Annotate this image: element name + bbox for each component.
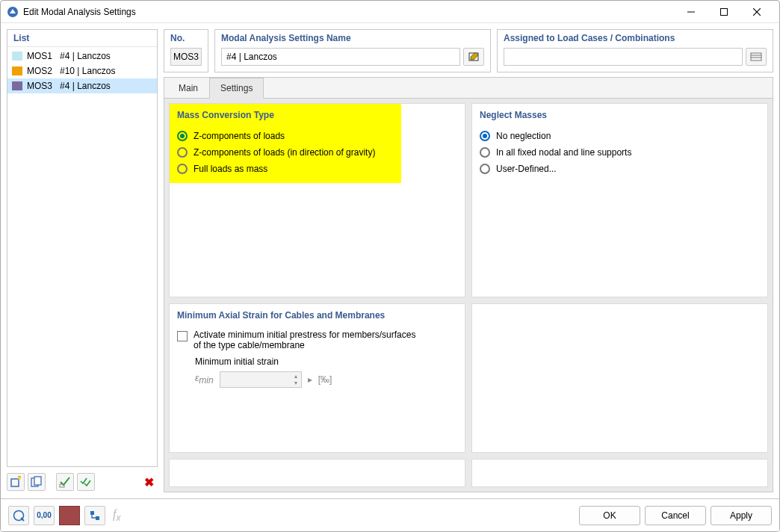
- svg-rect-17: [96, 516, 99, 520]
- app-icon: [7, 6, 19, 18]
- radio-icon: [480, 147, 490, 158]
- bottom-panel-right: [471, 459, 768, 487]
- assigned-browse-button[interactable]: [746, 48, 767, 66]
- list-item-ident: MOS3: [27, 81, 55, 91]
- svg-rect-11: [751, 53, 761, 61]
- name-label: Modal Analysis Settings Name: [221, 33, 484, 48]
- spin-down[interactable]: ▾: [292, 380, 300, 386]
- min-strain-title: Minimum Axial Strain for Cables and Memb…: [177, 310, 457, 321]
- neglect-title: Neglect Masses: [480, 110, 760, 120]
- color-swatch: [12, 52, 22, 61]
- new-item-button[interactable]: [7, 473, 25, 491]
- titlebar: Edit Modal Analysis Settings: [1, 1, 779, 23]
- radio-label: User-Defined...: [496, 164, 557, 174]
- svg-point-6: [18, 477, 21, 480]
- color-swatch-button[interactable]: [59, 506, 80, 525]
- radio-label: Z-components of loads: [194, 131, 285, 141]
- list-item-ident: MOS1: [27, 51, 55, 61]
- list-item-name: #4 | Lanczos: [60, 81, 111, 91]
- name-box: Modal Analysis Settings Name: [214, 29, 491, 72]
- list-item-name: #10 | Lanczos: [60, 66, 116, 76]
- radio-label: No neglection: [496, 131, 551, 141]
- copy-value-icon[interactable]: ▸: [308, 374, 312, 385]
- assigned-box: Assigned to Load Cases / Combinations: [497, 29, 773, 72]
- svg-rect-8: [34, 477, 41, 485]
- assigned-label: Assigned to Load Cases / Combinations: [504, 33, 767, 48]
- help-button[interactable]: [8, 506, 29, 525]
- mass-conversion-title: Mass Conversion Type: [177, 110, 457, 120]
- svg-rect-2: [721, 8, 728, 15]
- list-item[interactable]: MOS3#4 | Lanczos: [7, 78, 157, 93]
- radio-option[interactable]: Full loads as mass: [177, 161, 457, 177]
- svg-rect-5: [11, 479, 19, 486]
- list-item[interactable]: MOS1#4 | Lanczos: [7, 49, 157, 64]
- copy-item-button[interactable]: [28, 473, 46, 491]
- radio-option[interactable]: User-Defined...: [480, 161, 760, 177]
- svg-rect-16: [90, 511, 94, 515]
- radio-label: Full loads as mass: [194, 164, 267, 174]
- epsilon-symbol: εmin: [195, 373, 214, 386]
- mass-conversion-panel: Mass Conversion Type Z-components of loa…: [169, 103, 465, 297]
- check-apply-all-button[interactable]: [77, 473, 95, 491]
- tree-button[interactable]: [84, 506, 105, 525]
- min-strain-input[interactable]: ▴ ▾: [220, 371, 302, 388]
- tab-settings[interactable]: Settings: [209, 78, 264, 99]
- list-toolbar: ✖: [7, 471, 158, 492]
- tab-main[interactable]: Main: [167, 78, 209, 98]
- rename-button[interactable]: [463, 48, 484, 66]
- list-item-ident: MOS2: [27, 66, 55, 76]
- color-swatch: [12, 81, 22, 90]
- activate-prestress-checkbox[interactable]: [177, 331, 188, 341]
- radio-icon: [480, 131, 490, 141]
- list-item-name: #4 | Lanczos: [60, 51, 111, 61]
- footer: 0,00 fx OK Cancel Apply: [1, 498, 779, 531]
- assigned-field[interactable]: [504, 48, 743, 66]
- no-value: MOS3: [170, 48, 202, 66]
- bottom-panel-left: [169, 459, 465, 487]
- settings-list: List MOS1#4 | LanczosMOS2#10 | LanczosMO…: [7, 29, 158, 467]
- list-header: List: [7, 30, 157, 47]
- color-swatch: [12, 66, 22, 75]
- no-label: No.: [170, 33, 202, 48]
- radio-option[interactable]: No neglection: [480, 128, 760, 144]
- activate-prestress-label: Activate minimum initial prestress for m…: [194, 330, 425, 350]
- delete-item-button[interactable]: ✖: [140, 475, 158, 489]
- check-apply-button[interactable]: [56, 473, 74, 491]
- min-strain-panel: Minimum Axial Strain for Cables and Memb…: [169, 303, 465, 453]
- window-title: Edit Modal Analysis Settings: [23, 7, 675, 17]
- radio-icon: [480, 164, 490, 174]
- radio-label: Z-components of loads (in direction of g…: [194, 147, 375, 158]
- radio-icon: [177, 131, 188, 141]
- name-input[interactable]: [221, 48, 460, 66]
- cancel-button[interactable]: Cancel: [645, 506, 706, 525]
- list-item[interactable]: MOS2#10 | Lanczos: [7, 64, 157, 78]
- radio-option[interactable]: Z-components of loads (in direction of g…: [177, 144, 457, 161]
- min-strain-unit: [‰]: [318, 374, 332, 385]
- svg-line-15: [21, 518, 24, 521]
- apply-button[interactable]: Apply: [711, 506, 772, 525]
- minimize-button[interactable]: [675, 1, 708, 23]
- tabstrip: MainSettings: [164, 78, 773, 99]
- number-box: No. MOS3: [164, 29, 208, 72]
- min-strain-field-label: Minimum initial strain: [195, 356, 279, 367]
- close-button[interactable]: [740, 1, 773, 23]
- fx-icon: fx: [110, 507, 123, 523]
- radio-option[interactable]: In all fixed nodal and line supports: [480, 144, 760, 161]
- empty-panel-right: [471, 303, 768, 453]
- radio-label: In all fixed nodal and line supports: [496, 147, 631, 158]
- neglect-masses-panel: Neglect Masses No neglectionIn all fixed…: [471, 103, 768, 297]
- maximize-button[interactable]: [708, 1, 740, 23]
- radio-option[interactable]: Z-components of loads: [177, 128, 457, 144]
- spin-up[interactable]: ▴: [292, 374, 300, 380]
- radio-icon: [177, 147, 188, 158]
- radio-icon: [177, 164, 188, 174]
- units-button[interactable]: 0,00: [34, 506, 55, 525]
- ok-button[interactable]: OK: [579, 506, 640, 525]
